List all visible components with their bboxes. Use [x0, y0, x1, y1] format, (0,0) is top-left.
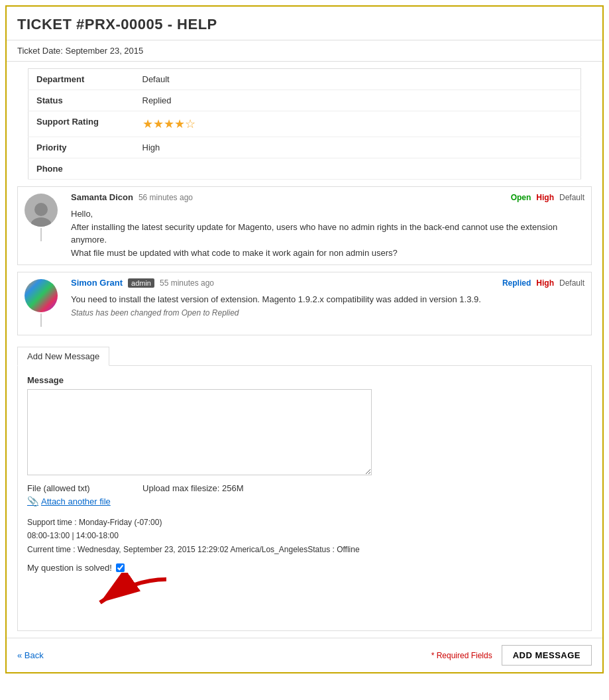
add-message-button[interactable]: ADD MESSAGE [502, 645, 592, 666]
priority-badge-2: High [536, 278, 554, 288]
status-value: Replied [135, 90, 581, 111]
page-footer: Back * Required Fields ADD MESSAGE [7, 638, 602, 672]
avatar-2 [25, 279, 58, 312]
svg-point-1 [30, 217, 52, 227]
support-rating-stars: ★★★★☆ [135, 111, 581, 137]
status-badge-1: Open [511, 193, 531, 202]
time-ago-1: 56 minutes ago [138, 193, 193, 202]
support-time-line2: 08:00-13:00 | 14:00-18:00 [27, 529, 582, 542]
message-block-2: Simon Grant admin 55 minutes ago Replied… [17, 272, 592, 335]
svg-point-0 [34, 203, 48, 216]
support-rating-label: Support Rating [28, 111, 135, 137]
current-time: Current time : Wednesday, September 23, … [27, 543, 582, 556]
department-value: Default [135, 69, 581, 90]
author-name-1: Samanta Dicon [71, 192, 133, 202]
phone-value [135, 158, 581, 180]
solved-label: My question is solved! [27, 563, 112, 573]
paperclip-icon: 📎 [27, 496, 38, 506]
phone-label: Phone [28, 158, 135, 180]
author-name-2: Simon Grant [71, 278, 123, 288]
ticket-date: Ticket Date: September 23, 2015 [17, 46, 143, 56]
ticket-info-table: Department Default Status Replied Suppor… [28, 68, 581, 180]
add-message-tab[interactable]: Add New Message [17, 347, 109, 366]
message-text-1: Hello, After installing the latest secur… [71, 207, 584, 259]
status-change-text: Status has been changed from Open to Rep… [71, 308, 239, 318]
upload-info: Upload max filesize: 256M [142, 483, 243, 493]
message-block-1: Samanta Dicon 56 minutes ago Open High D… [17, 186, 592, 265]
status-label: Status [28, 90, 135, 111]
priority-label: Priority [28, 137, 135, 158]
time-ago-2: 55 minutes ago [160, 278, 214, 288]
admin-badge: admin [128, 278, 154, 288]
department-label: Department [28, 69, 135, 90]
dept-badge-2: Default [559, 278, 584, 288]
attach-file-link[interactable]: 📎 Attach another file [27, 496, 111, 506]
required-note: * Required Fields [431, 651, 492, 660]
file-label: File (allowed txt) Upload max filesize: … [27, 483, 582, 493]
support-time-line1: Support time : Monday-Friday (-07:00) [27, 516, 582, 529]
message-label: Message [27, 375, 582, 385]
priority-value: High [135, 137, 581, 158]
dept-badge-1: Default [559, 193, 584, 202]
priority-badge-1: High [536, 193, 554, 202]
arrow-annotation [54, 573, 173, 619]
solved-checkbox[interactable] [116, 563, 125, 572]
avatar-1 [25, 194, 58, 227]
status-badge-2: Replied [502, 278, 531, 288]
message-text-2: You need to install the latest version o… [71, 293, 584, 319]
back-link[interactable]: Back [17, 650, 44, 660]
attach-label: Attach another file [41, 496, 111, 506]
page-title: TICKET #PRX-00005 - HELP [17, 16, 592, 33]
message-input[interactable] [27, 389, 372, 475]
